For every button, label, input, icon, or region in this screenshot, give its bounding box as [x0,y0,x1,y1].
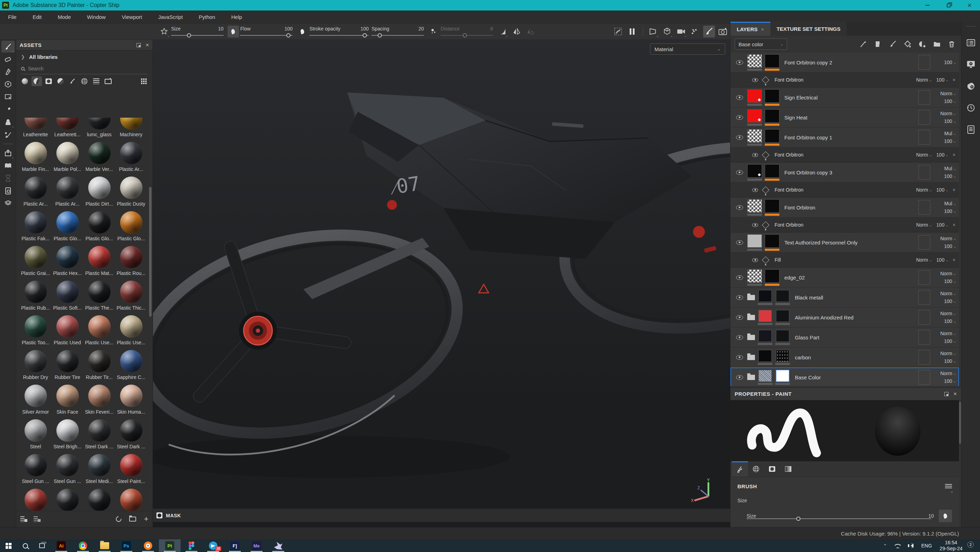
material-sphere-thumbnail[interactable] [88,488,111,511]
mask-placeholder-icon[interactable] [918,165,930,180]
assets-scrollbar[interactable] [149,187,151,317]
folder-icon[interactable] [747,295,755,300]
material-sphere-thumbnail[interactable] [120,315,142,338]
view-3d-button[interactable]: ⌄ [661,26,673,37]
add-asset-icon[interactable]: + [144,515,148,523]
asset-item[interactable]: Plastic Rub... [20,281,51,315]
lazy-mouse-off-icon[interactable] [612,26,624,37]
filter-alphas-icon[interactable] [79,77,90,86]
layer-mask-thumbnail[interactable] [765,109,780,123]
visibility-eye-icon[interactable] [736,355,743,360]
material-sphere-thumbnail[interactable] [24,419,47,442]
asset-item[interactable]: Skin Face [51,384,83,419]
menu-help[interactable]: Help [223,14,250,20]
material-sphere-thumbnail[interactable] [56,246,79,268]
mask-placeholder-icon[interactable] [918,55,930,70]
visibility-eye-icon[interactable] [736,295,743,300]
stroke-opacity-control[interactable]: Stroke opacity100 [309,26,369,37]
tab-brush-properties[interactable] [732,461,748,477]
details-view-icon[interactable] [33,516,41,522]
resources-updater-icon[interactable] [2,185,15,197]
layer-row[interactable]: carbonNorm⌄100⌄ [730,348,959,367]
remove-effect-icon[interactable]: × [953,77,956,83]
layer-effect-row[interactable]: Font OrbitronNorm⌄100⌄× [730,147,959,163]
projection-tool-icon[interactable] [2,66,15,78]
layer-content-thumbnail[interactable] [747,270,762,282]
asset-item[interactable]: Plastic Soft... [51,281,83,315]
snapshot-camera-button[interactable] [717,26,729,37]
visibility-eye-icon[interactable] [752,223,758,227]
brush-size-falloff-button[interactable] [939,510,952,522]
asset-item[interactable]: Steel Paint... [20,488,51,511]
size-control[interactable]: Size10 [171,26,224,37]
mask-placeholder-icon[interactable] [918,130,930,145]
material-sphere-thumbnail[interactable] [88,177,111,199]
asset-item[interactable]: Machinery [115,118,147,142]
asset-item[interactable]: Plastic Use... [83,315,115,350]
material-sphere-thumbnail[interactable] [56,454,79,476]
polygon-fill-tool-icon[interactable] [2,78,15,90]
list-view-icon[interactable] [20,516,27,522]
layer-content-thumbnail[interactable] [759,330,772,342]
opacity-select[interactable]: 100⌄ [944,298,956,304]
opacity-select[interactable]: 100⌄ [944,358,956,364]
material-sphere-thumbnail[interactable] [56,350,79,372]
language-indicator[interactable]: ENG [921,543,932,549]
layer-row[interactable]: Font Orbitron copy 1Mul⌄100⌄ [730,128,959,147]
section-menu-icon[interactable] [945,484,952,489]
opacity-select[interactable]: 100⌄ [944,243,956,249]
viewport-3d[interactable]: ⁄07 Material ⌄ MASK Y X Z [153,40,730,527]
asset-item[interactable]: Plastic Use... [115,315,147,350]
material-sphere-thumbnail[interactable] [88,419,111,442]
layer-content-thumbnail[interactable] [747,164,762,177]
brush-stamp-icon[interactable]: ⌄ [158,26,170,37]
asset-item[interactable]: Marble Fin... [20,142,51,177]
asset-item[interactable]: Skin Feveri... [83,384,115,419]
layer-mask-thumbnail[interactable] [776,330,789,342]
layer-mask-thumbnail[interactable] [765,270,780,282]
asset-item[interactable]: Plastic Ar... [20,177,51,211]
material-sphere-thumbnail[interactable] [120,454,142,476]
restore-button[interactable] [938,0,959,11]
library-selector[interactable]: ❯ All libraries [16,50,153,63]
visibility-eye-icon[interactable] [736,95,743,100]
mask-placeholder-icon[interactable] [918,110,930,125]
asset-item[interactable]: Plastic Ar... [115,142,147,177]
material-sphere-thumbnail[interactable] [120,350,142,372]
material-sphere-thumbnail[interactable] [56,488,79,511]
asset-item[interactable]: Leatherett... [51,118,83,142]
layer-row[interactable]: Font Orbitron copy 3Mul⌄100⌄ [730,163,959,182]
opacity-select[interactable]: 100⌄ [944,338,956,344]
taskbar-app-file-explorer[interactable] [94,539,116,552]
flow-control[interactable]: Flow100 [240,26,293,37]
volume-icon[interactable] [908,544,913,548]
visibility-eye-icon[interactable] [736,60,743,65]
close-panel-icon[interactable]: × [953,391,957,397]
tray-expand-icon[interactable]: ⌃ [883,543,887,549]
pause-engine-button[interactable] [626,26,638,37]
blend-mode-select[interactable]: Norm⌄ [916,152,932,158]
blend-mode-select[interactable]: Norm⌄ [940,311,956,316]
material-sphere-thumbnail[interactable] [24,211,47,234]
asset-item[interactable]: Plastic Ar... [51,177,83,211]
size-slider[interactable] [171,33,224,37]
opacity-select[interactable]: 100⌄ [944,208,956,214]
material-sphere-thumbnail[interactable] [56,281,79,303]
opacity-select[interactable]: 100⌄ [944,318,956,324]
material-sphere-thumbnail[interactable] [88,384,111,407]
asset-item[interactable]: Rubber Tir... [83,350,115,384]
menu-javascript[interactable]: JavaScript [150,14,191,20]
layer-mask-thumbnail[interactable] [776,310,789,322]
display-settings-icon[interactable] [964,57,978,72]
folder-icon[interactable] [747,315,755,320]
layer-mask-thumbnail[interactable] [776,290,789,302]
opacity-select[interactable]: 100⌄ [944,278,956,284]
minimize-button[interactable] [917,0,938,11]
asset-item[interactable]: Steel [20,419,51,454]
view-grid-icon[interactable] [138,77,149,86]
visibility-eye-icon[interactable] [736,170,743,175]
layer-content-thumbnail[interactable] [759,310,772,322]
layer-content-thumbnail[interactable] [747,54,762,68]
layer-effect-row[interactable]: Font OrbitronNorm⌄100⌄× [730,182,959,198]
layer-mask-thumbnail[interactable] [765,164,780,177]
